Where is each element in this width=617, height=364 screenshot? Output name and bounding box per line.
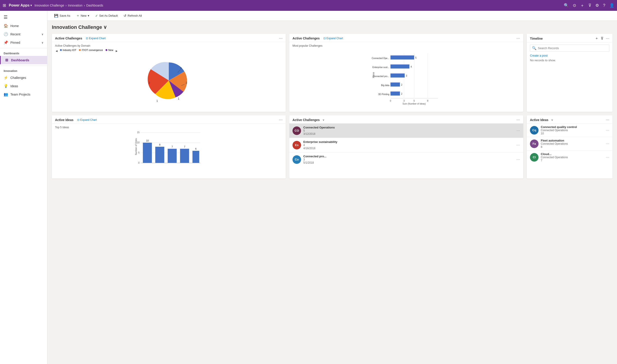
challenge-count-0: 5: [303, 129, 305, 132]
refresh-all-button[interactable]: ↺ Refresh All: [121, 13, 144, 19]
timeline-header: Timeline ＋ ⊽ ⋯: [527, 34, 613, 42]
ideas-list-chevron[interactable]: ∨: [551, 118, 553, 121]
save-as-button[interactable]: 💾 Save As: [52, 13, 73, 19]
timeline-search-icon: 🔍: [532, 46, 537, 50]
breadcrumb-page: Dashboards: [86, 4, 103, 7]
top-chart-grid: Active Challenges ⊡ Expand Chart ⋯ Activ…: [52, 34, 613, 112]
help-icon[interactable]: ?: [603, 3, 605, 8]
sidebar-item-recent[interactable]: 🕐 Recent ∨: [0, 30, 47, 38]
sidebar-label-home: Home: [10, 24, 19, 28]
app-chevron[interactable]: ▾: [30, 4, 32, 7]
bar-val-3: 2: [401, 84, 402, 86]
bar-kebab-menu[interactable]: ⋯: [516, 36, 520, 40]
sidebar-item-dashboards[interactable]: ⊞ Dashboards: [0, 56, 47, 64]
breadcrumb: Innovation Challenge › Innovation › Dash…: [35, 4, 103, 7]
legend-itot: IT/OT convergence: [79, 49, 103, 52]
new-plus-icon: ＋: [76, 13, 80, 18]
recent-chevron[interactable]: ∨: [41, 33, 43, 36]
dashboards-icon: ⊞: [4, 58, 9, 62]
timeline-card: Timeline ＋ ⊽ ⋯ 🔍 Create a post: [527, 34, 613, 112]
challenge-item-0[interactable]: CO Connected Operations 5 3/12/2018 ⋯: [289, 124, 523, 138]
idea-item-1[interactable]: Fa Fleet automation Connected Operations…: [527, 137, 613, 151]
new-dot: [106, 49, 107, 51]
timeline-kebab-menu[interactable]: ⋯: [606, 36, 609, 40]
breadcrumb-app: Innovation Challenge: [35, 4, 64, 7]
user-icon[interactable]: 👤: [609, 3, 614, 8]
sidebar-item-home[interactable]: 🏠 Home: [0, 22, 47, 30]
challenge-content-1: Enterprise sustainability 4 4/16/2018: [303, 140, 514, 150]
new-button[interactable]: ＋ New ▾: [74, 13, 92, 19]
ideas-bar-subtitle: Top 5 Ideas: [55, 126, 282, 129]
challenge-kebab-2[interactable]: ⋯: [516, 157, 520, 162]
sidebar-item-challenges[interactable]: ⚡ Challenges: [0, 74, 47, 82]
add-icon[interactable]: ＋: [580, 3, 584, 8]
bar-3: [390, 82, 400, 87]
idea-avatar-2: Cl: [530, 153, 538, 162]
search-icon[interactable]: 🔍: [564, 3, 569, 8]
idea-item-2[interactable]: Cl Cloud... Connected Operations 7 ⋯: [527, 151, 613, 164]
pie-kebab-menu[interactable]: ⋯: [279, 36, 282, 40]
set-default-label: Set As Default: [99, 14, 118, 17]
ideas-val-2: 7: [171, 145, 173, 148]
challenge-item-1[interactable]: Es Enterprise sustainability 4 4/16/2018…: [289, 138, 523, 152]
sidebar-label-ideas: Ideas: [10, 84, 18, 88]
challenges-list-chevron[interactable]: ∨: [322, 118, 324, 121]
challenge-kebab-1[interactable]: ⋯: [516, 143, 520, 147]
pie-card-header: Active Challenges ⊡ Expand Chart ⋯: [52, 34, 286, 42]
idea-sub-2: Connected Operations: [541, 156, 604, 159]
timeline-filter-icon[interactable]: ⊽: [601, 36, 604, 40]
ideas-bar-2: [168, 149, 177, 163]
idea-item-0[interactable]: Cq Connected quality control Connected O…: [527, 124, 613, 137]
checkmark-icon: ✓: [95, 14, 98, 18]
idea-kebab-0[interactable]: ⋯: [606, 128, 609, 132]
sidebar-item-team-projects[interactable]: 👥 Team Projects: [0, 90, 47, 99]
new-label: New: [81, 14, 87, 17]
timeline-add-icon[interactable]: ＋: [595, 36, 599, 41]
idea-title-0: Connected quality control: [541, 125, 604, 129]
timeline-search-input[interactable]: [538, 46, 607, 50]
challenges-list-kebab[interactable]: ⋯: [516, 118, 520, 122]
timeline-create-post[interactable]: Create a post: [530, 54, 609, 57]
pie-prev-icon[interactable]: ◄: [55, 49, 58, 53]
pie-next-icon[interactable]: ►: [115, 49, 118, 53]
sidebar: ☰ 🏠 Home 🕐 Recent ∨ 📌 Pinned ∨ Dashboard…: [0, 11, 47, 364]
activity-icon[interactable]: ⊙: [573, 3, 576, 8]
toolbar: 💾 Save As ＋ New ▾ ✓ Set As Default ↺ Ref…: [47, 11, 617, 21]
pie-expand-chart[interactable]: ⊡ Expand Chart: [86, 37, 106, 40]
challenge-sub-0: 5 3/12/2018: [303, 129, 514, 135]
challenge-kebab-0[interactable]: ⋯: [516, 129, 520, 133]
idea-kebab-2[interactable]: ⋯: [606, 155, 609, 159]
ideas-bar-expand[interactable]: ⊡ Expand Chart: [77, 118, 97, 121]
ideas-list-kebab[interactable]: ⋯: [606, 118, 609, 122]
ideas-expand-icon: ⊡: [77, 118, 79, 121]
ideas-bar-1: [155, 147, 164, 163]
idea-kebab-1[interactable]: ⋯: [606, 142, 609, 146]
challenge-item-2[interactable]: Co Connected pro... 3 5/1/2018 ⋯: [289, 152, 523, 167]
waffle-icon[interactable]: ⊞: [3, 3, 6, 8]
bar-label-4: 3D Printing: [378, 93, 389, 96]
challenges-list-scroll[interactable]: CO Connected Operations 5 3/12/2018 ⋯: [289, 124, 523, 167]
x-tick-0: 0: [390, 100, 391, 102]
ideas-list-scroll[interactable]: Cq Connected quality control Connected O…: [527, 124, 613, 164]
sidebar-toggle[interactable]: ☰: [0, 13, 47, 22]
ideas-bar-0: [143, 143, 152, 163]
settings-icon[interactable]: ⚙: [595, 3, 599, 8]
sidebar-label-recent: Recent: [10, 32, 20, 36]
idea-content-0: Connected quality control Connected Oper…: [541, 125, 604, 135]
set-default-button[interactable]: ✓ Set As Default: [93, 13, 120, 19]
filter-icon[interactable]: ⊽: [588, 3, 591, 8]
bar-expand-chart[interactable]: ⊡ Expand Chart: [323, 37, 343, 40]
ideas-list-title: Active Ideas: [530, 118, 549, 122]
x-tick-8: 8: [427, 100, 429, 102]
challenge-date-2: 5/1/2018: [303, 161, 314, 164]
pinned-icon: 📌: [4, 40, 8, 45]
challenge-title-1: Enterprise sustainability: [303, 140, 514, 143]
pie-label-2b: 2: [149, 81, 150, 85]
ideas-bar-kebab[interactable]: ⋯: [279, 118, 282, 122]
dashboard-title-chevron[interactable]: ∨: [103, 24, 107, 30]
sidebar-item-pinned[interactable]: 📌 Pinned ∨: [0, 38, 47, 47]
pinned-chevron[interactable]: ∨: [41, 41, 43, 44]
sidebar-item-ideas[interactable]: 💡 Ideas: [0, 82, 47, 90]
new-chevron-icon[interactable]: ▾: [88, 14, 89, 17]
app-brand: Power Apps ▾: [9, 3, 32, 7]
